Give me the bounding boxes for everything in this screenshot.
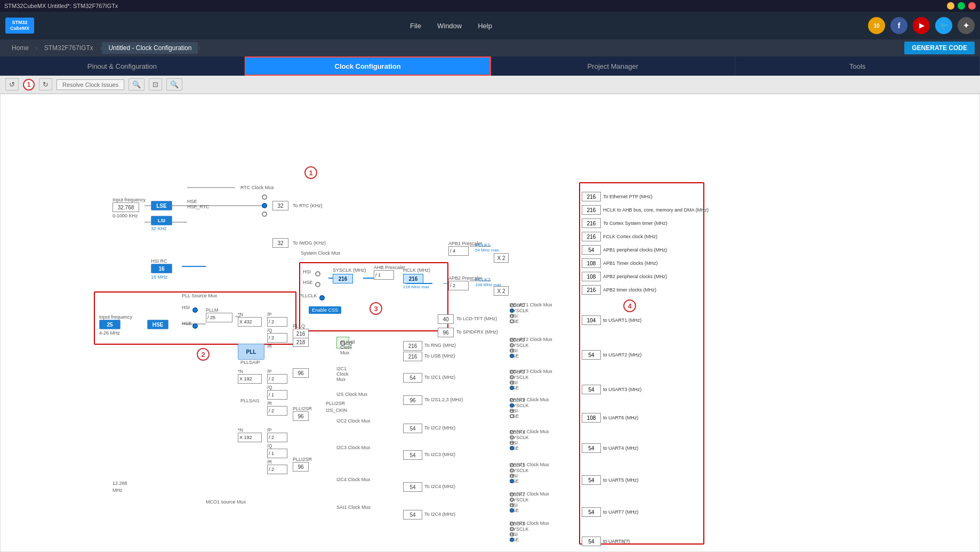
plln-select[interactable]: X 432 xyxy=(238,317,262,327)
to-i2c2-label: To I2C2 (MHz) xyxy=(424,425,455,431)
input-freq-val-1[interactable]: 32.768 xyxy=(113,202,139,212)
sys-pll-radio[interactable] xyxy=(319,295,325,301)
tabbar: Pinout & Configuration Clock Configurati… xyxy=(0,56,980,76)
pllsai-n-select[interactable]: X 192 xyxy=(238,374,262,384)
sys-clk-mux-label: System Clock Mux xyxy=(301,250,341,256)
plli2s-p-select[interactable]: / 2 xyxy=(267,433,287,442)
output-apb2-timer: 216 APB2 timer clocks (MHz) xyxy=(582,285,656,295)
sysclk-val[interactable]: 216 xyxy=(333,274,353,283)
uart8-out-label: to UART8(?) xyxy=(603,539,630,544)
rtc-mux-lse[interactable] xyxy=(262,203,267,208)
timer-icon[interactable]: 10 xyxy=(868,17,885,34)
breadcrumb-home[interactable]: Home xyxy=(5,42,35,54)
pllsai-label: PLLSAIP xyxy=(240,360,260,365)
undo-button[interactable]: ↺ xyxy=(5,78,19,91)
sys-hse-radio[interactable] xyxy=(315,282,320,287)
tab-project[interactable]: Project Manager xyxy=(491,56,736,76)
menubar: STM32 CubeMX File Window Help 10 f ▶ 🐦 ✦ xyxy=(0,12,980,39)
uart4-out-label: to UART4 (MHz) xyxy=(603,445,638,451)
i2s-ckin-label: I2S_CKIN xyxy=(326,408,347,413)
uart4-mux-section: UART4 Clock Mux PCLK1 SYSCLK HSI LSE xyxy=(510,429,587,450)
window-controls[interactable] xyxy=(947,2,976,10)
input-freq-label-3: 12.288 xyxy=(113,481,127,486)
to-lcd-label: To LCD-TFT (MHz) xyxy=(456,316,497,321)
rtc-mux-lsi[interactable] xyxy=(262,212,267,217)
pll-hsi-radio[interactable] xyxy=(192,307,198,313)
network-icon[interactable]: ✦ xyxy=(958,17,975,34)
pllp-select[interactable]: / 2 xyxy=(267,317,287,327)
ahb-select[interactable]: / 1 xyxy=(374,270,394,280)
pllq-select[interactable]: / 2 xyxy=(267,333,287,343)
pllsai-r-select[interactable]: / 2 xyxy=(267,406,287,416)
pllm-select[interactable]: / 25 xyxy=(206,313,232,322)
pllp-label: /P xyxy=(267,312,272,317)
pll-source-mux-label: PLL Source Mux xyxy=(182,293,217,298)
output-apb1-timer: 108 APB1 Timer clocks (MHz) xyxy=(582,258,658,268)
tab-tools[interactable]: Tools xyxy=(735,56,980,76)
uart7-mux-section: UART7 Clock Mux PCLK1 SYSCLK HSI LSE xyxy=(510,491,587,513)
youtube-icon[interactable]: ▶ xyxy=(913,17,930,34)
plli2s-r-select[interactable]: / 2 xyxy=(267,465,287,474)
to-rtc-label: To RTC (KHz) xyxy=(293,203,323,208)
i2c3-mux-label: I2C3 Clock Mux xyxy=(336,445,371,450)
resolve-issues-button[interactable]: Resolve Clock Issues xyxy=(57,79,124,90)
pll-hse-radio[interactable] xyxy=(192,323,198,329)
pllsai-q-select[interactable]: / 1 xyxy=(267,390,287,400)
rtc-mux-hse[interactable] xyxy=(262,194,267,200)
plli2s-n-label: *N xyxy=(238,427,243,433)
pllsai1-label: PLLSAI1 xyxy=(240,398,260,403)
menu-items: File Window Help xyxy=(45,22,857,30)
minimize-btn[interactable] xyxy=(947,2,954,10)
zoom-out-button[interactable]: 🔍 xyxy=(128,78,144,91)
menu-window[interactable]: Window xyxy=(437,22,462,30)
pllr-val: 218 xyxy=(293,337,309,347)
breadcrumb-current[interactable]: Untitled - Clock Configuration xyxy=(102,42,198,54)
apb1-select[interactable]: / 4 xyxy=(448,246,469,256)
toolbar: ↺ 1 ↻ Resolve Clock Issues 🔍 ⊡ 🔍 xyxy=(0,76,980,94)
usart2-val: 54 xyxy=(582,350,601,360)
input-freq-label-1: Input frequency xyxy=(113,197,146,202)
pll-hse-label: HSE xyxy=(182,321,192,326)
sys-hsi-radio[interactable] xyxy=(315,271,320,277)
lsi-rc-block[interactable]: LSI xyxy=(151,216,172,225)
hse-main-block[interactable]: HSE xyxy=(147,320,168,329)
fit-button[interactable]: ⊡ xyxy=(149,78,162,91)
tab-clock[interactable]: Clock Configuration xyxy=(245,56,491,76)
breadcrumb-chip[interactable]: STM32F767IGTx xyxy=(38,42,100,54)
zoom-in-button[interactable]: 🔍 xyxy=(166,78,182,91)
menu-help[interactable]: Help xyxy=(478,22,492,30)
cortex-sys-label: To Cortex System timer (MHz) xyxy=(603,221,668,226)
hse-freq-block[interactable]: 25 xyxy=(99,320,121,329)
usart1-lse: LSE xyxy=(510,319,519,324)
hsi-rc-block[interactable]: 16 xyxy=(151,264,172,273)
to-i2s-label: To I2S1,2,3 (MHz) xyxy=(424,397,463,402)
uart7-output: 54 to UART7 (MHz) xyxy=(582,507,638,517)
plli2sr-val: 96 xyxy=(293,462,309,472)
usart3-val: 54 xyxy=(582,385,601,394)
hclk-val[interactable]: 216 xyxy=(403,274,423,283)
facebook-icon[interactable]: f xyxy=(890,17,907,34)
pllsai-p-select[interactable]: / 2 xyxy=(267,374,287,384)
generate-code-button[interactable]: GENERATE CODE xyxy=(904,42,975,54)
plli2s-q-select[interactable]: / 1 xyxy=(267,449,287,458)
clk48-pllq-label: PLLQ xyxy=(340,340,352,346)
apb2-select[interactable]: / 2 xyxy=(448,281,469,290)
maximize-btn[interactable] xyxy=(958,2,965,10)
close-btn[interactable] xyxy=(968,2,976,10)
to-iwdg-label: To IWDG (KHz) xyxy=(293,240,326,246)
refresh-button[interactable]: ↻ xyxy=(39,78,52,91)
pllsai-q-label: /Q xyxy=(267,385,272,390)
hsi-rc-text: HSI RC xyxy=(151,258,167,264)
tab-pinout[interactable]: Pinout & Configuration xyxy=(0,56,245,76)
to-i2c4-label: To I2C4 (MHz) xyxy=(424,484,455,489)
uart6-out-label: to UART6 (MHz) xyxy=(603,415,638,420)
plln-label: *N xyxy=(238,312,243,317)
enable-css-button[interactable]: Enable CSS xyxy=(309,306,341,314)
twitter-icon[interactable]: 🐦 xyxy=(935,17,952,34)
lse-block[interactable]: LSE xyxy=(151,201,172,210)
plli2s-n-select[interactable]: X 192 xyxy=(238,433,262,442)
ahb-val: 216 xyxy=(582,205,601,215)
pllsai-r-label: /R xyxy=(267,401,272,406)
menu-file[interactable]: File xyxy=(410,22,421,30)
cortex-sys-val: 216 xyxy=(582,218,601,228)
